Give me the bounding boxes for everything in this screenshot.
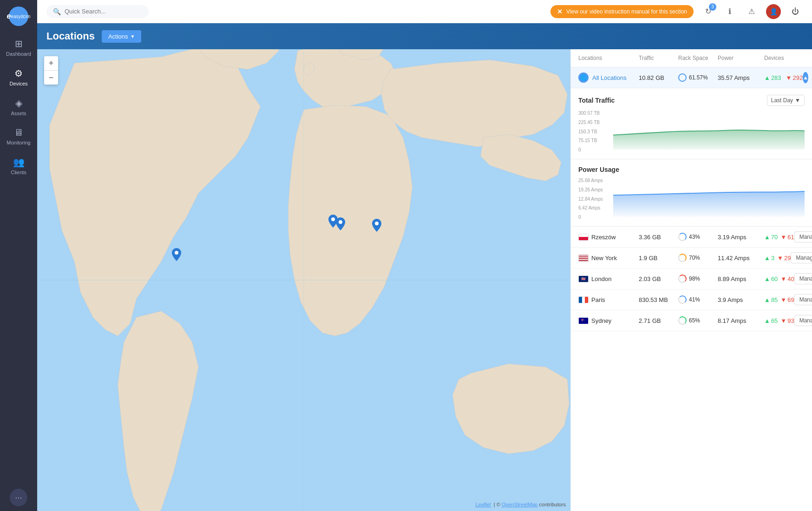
info-icon-button[interactable]: ℹ [722,4,737,19]
content-area: + − Leaflet | © OpenStreetMap contributo… [37,49,812,511]
map-credit: Leaflet | © OpenStreetMap contributors [476,502,566,507]
loc-name-new-york: New York [591,255,617,262]
manage-btn-sydney[interactable]: Manage [794,315,812,326]
loc-name-sydney: Sydney [591,317,611,324]
down-icon-london: ▼ [780,275,786,282]
sidebar-item-dashboard[interactable]: ⊞ Dashboard [0,33,37,62]
loc-name-london: London [591,275,611,282]
search-icon: 🔍 [53,8,61,15]
loc-name-cell-paris: Paris [578,296,639,303]
svg-point-6 [375,222,379,225]
logo-mark: e easydcim [9,7,28,26]
all-locations-power: 35.57 Amps [718,74,764,81]
y-label-1: 300.57 TB [578,111,611,116]
sidebar-item-label: Dashboard [6,51,31,57]
video-banner[interactable]: ✕ View our video instruction manual for … [550,5,694,18]
location-rows: Rzeszów 3.36 GB 43% 3.19 Amps ▲70 ▼61 Ma… [571,227,812,331]
actions-button[interactable]: Actions ▼ [102,30,142,43]
sidebar-item-devices[interactable]: ⚙ Devices [0,62,37,92]
rack-arc-london [678,275,687,283]
sidebar-item-clients[interactable]: 👥 Clients [0,151,37,181]
rack-arc-paris [678,295,687,304]
sidebar-item-label: Clients [11,170,26,175]
all-locations-name-cell: 🌐 All Locations [578,72,639,83]
traffic-chart-area: 300.57 TB 225.45 TB 150.3 TB 75.15 TB 0 [578,111,805,152]
dev-down-sydney: ▼93 [780,317,794,324]
map-pin-eu[interactable] [372,219,381,232]
sidebar-item-assets[interactable]: ◈ Assets [0,92,37,122]
alert-icon: ⚠ [748,7,755,16]
up-icon-london: ▲ [764,275,770,282]
total-traffic-section: Total Traffic Last Day ▼ 300.57 TB 225.4… [571,88,812,159]
info-icon: ℹ [728,7,731,16]
loc-name-rzeszow: Rzeszów [591,234,616,241]
manage-btn-paris[interactable]: Manage [794,294,812,305]
loc-name-paris: Paris [591,296,605,303]
loc-traffic-sydney: 2.71 GB [639,317,678,324]
osm-link[interactable]: OpenStreetMap [502,502,538,507]
dev-up-new-york: ▲3 [764,255,774,262]
collapse-button[interactable]: ▲ [803,72,808,83]
devices-up: ▲ 283 [764,74,781,81]
py-label-2: 19.26 Amps [578,187,611,192]
py-label-4: 6.42 Amps [578,205,611,210]
power-chart-area: 25.68 Amps 19.26 Amps 12.84 Amps 6.42 Am… [578,178,805,220]
all-locations-devices: ▲ 283 ▼ 292 [764,74,803,81]
dev-down-london: ▼40 [780,275,794,282]
clients-icon: 👥 [13,157,25,168]
rack-pct-sydney: 65% [689,317,700,324]
sidebar-item-monitoring[interactable]: 🖥 Monitoring [0,122,37,151]
dev-up-london: ▲60 [764,275,778,282]
notification-icon-refresh[interactable]: ↻ 3 [701,4,715,19]
loc-rackspace-new-york: 70% [678,254,718,262]
map-pin-new-york[interactable] [172,248,181,261]
period-select[interactable]: Last Day ▼ [767,95,805,106]
loc-power-london: 8.89 Amps [718,275,764,282]
devices-icon: ⚙ [14,68,23,79]
col-traffic-header: Traffic [639,55,678,61]
zoom-out-button[interactable]: − [44,71,58,85]
loc-power-new-york: 11.42 Amps [718,255,764,262]
svg-point-5 [339,220,342,224]
logo[interactable]: e easydcim [7,5,30,28]
zoom-controls: + − [44,56,58,85]
rack-arc-rzeszow [678,233,687,241]
manage-btn-rzeszow[interactable]: Manage [794,231,812,242]
all-locations-label: All Locations [592,74,627,81]
leaflet-link[interactable]: Leaflet [476,502,491,507]
up-icon-paris: ▲ [764,296,770,303]
sidebar-more-button[interactable]: ··· [10,489,27,506]
rackspace-arc [678,73,687,82]
more-dots-icon: ··· [15,493,22,503]
dev-up-rzeszow: ▲70 [764,234,778,241]
traffic-chart-header: Total Traffic Last Day ▼ [578,95,805,106]
rack-pct-paris: 41% [689,296,700,303]
col-locations-header: Locations [578,55,639,61]
all-locations-row[interactable]: 🌐 All Locations 10.82 GB 61.57% 35.57 Am… [571,67,812,88]
loc-name-cell-rzeszow: Rzeszów [578,234,639,241]
loc-devices-paris: ▲85 ▼69 [764,296,794,303]
user-avatar[interactable]: 👤 [766,4,781,19]
dev-down-paris: ▼69 [780,296,794,303]
map-area[interactable]: + − Leaflet | © OpenStreetMap contributo… [37,49,570,511]
actions-label: Actions [108,33,128,40]
video-banner-close[interactable]: ✕ [557,8,563,15]
location-row-paris: Paris 830.53 MB 41% 3.9 Amps ▲85 ▼69 Man… [571,289,812,310]
power-icon-button[interactable]: ⏻ [788,4,803,19]
search-input[interactable] [65,8,139,15]
y-label-4: 75.15 TB [578,138,611,143]
manage-btn-london[interactable]: Manage [794,273,812,284]
search-bar[interactable]: 🔍 [46,5,149,18]
manage-btn-new-york[interactable]: Manage [791,252,812,263]
svg-point-3 [175,251,178,255]
zoom-in-button[interactable]: + [44,56,58,70]
traffic-chart-svg [613,111,805,152]
loc-name-cell-new-york: New York [578,255,639,262]
chevron-down-icon: ▼ [131,34,135,39]
alert-icon-button[interactable]: ⚠ [744,4,759,19]
location-row-rzeszow: Rzeszów 3.36 GB 43% 3.19 Amps ▲70 ▼61 Ma… [571,227,812,248]
down-icon-sydney: ▼ [780,317,786,324]
loc-power-sydney: 8.17 Amps [718,317,764,324]
map-pin-rzeszow[interactable] [336,217,345,230]
page-header: Locations Actions ▼ [37,23,812,49]
